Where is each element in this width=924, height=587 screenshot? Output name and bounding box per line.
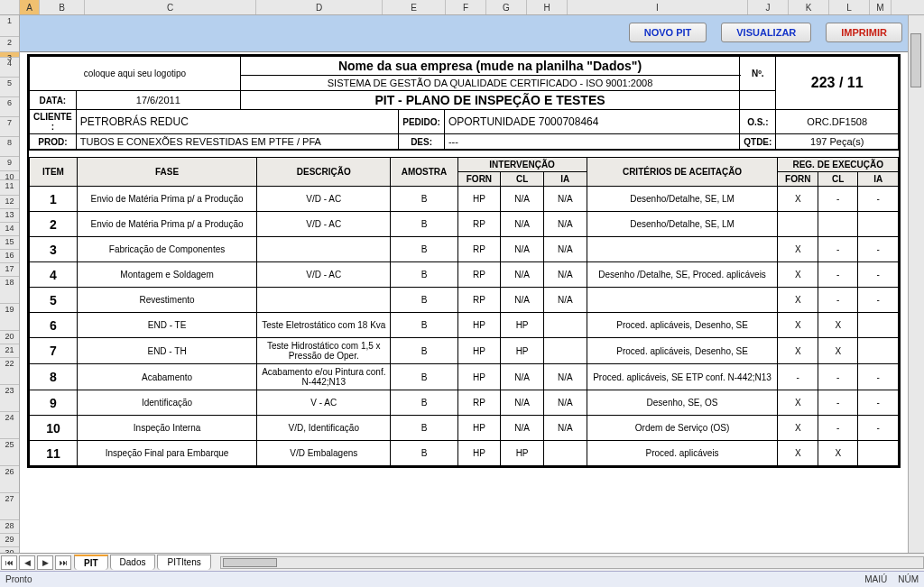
cell-item[interactable]: 1	[30, 187, 78, 212]
cell-desc[interactable]: Teste Hidrostático com 1,5 x Pressão de …	[257, 338, 391, 364]
cell-item[interactable]: 4	[30, 262, 78, 288]
table-row[interactable]: 9IdentificaçãoV - ACBRPN/AN/ADesenho, SE…	[30, 390, 899, 416]
cell-cl[interactable]: N/A	[501, 288, 544, 313]
cell-fase[interactable]: END - TE	[77, 313, 256, 338]
cell-amostra[interactable]: B	[391, 338, 457, 364]
cell-ia[interactable]: N/A	[543, 237, 587, 262]
cell-item[interactable]: 2	[30, 212, 78, 237]
cell-rforn[interactable]: X	[778, 288, 818, 313]
cell-ia[interactable]	[543, 338, 587, 364]
row-header-9[interactable]: 9	[0, 157, 19, 171]
cell-crit[interactable]: Desenho/Detalhe, SE, LM	[587, 187, 778, 212]
row-header-2[interactable]: 2	[0, 37, 19, 52]
tab-nav-next-icon[interactable]: ▶	[37, 555, 53, 570]
cell-ia[interactable]: N/A	[543, 416, 587, 441]
cell-desc[interactable]: Teste Eletrostático com 18 Kva	[257, 313, 391, 338]
col-header-M[interactable]: M	[870, 0, 892, 14]
col-header-A[interactable]: A	[20, 0, 40, 14]
cell-rcl[interactable]: -	[818, 187, 857, 212]
row-header-24[interactable]: 24	[0, 412, 19, 439]
row-header-26[interactable]: 26	[0, 466, 19, 493]
cell-ia[interactable]: N/A	[543, 262, 587, 288]
cell-amostra[interactable]: B	[391, 313, 457, 338]
cell-ria[interactable]: -	[858, 416, 899, 441]
row-header-4[interactable]: 4	[0, 58, 19, 78]
row-header-21[interactable]: 21	[0, 344, 19, 358]
cell-item[interactable]: 8	[30, 364, 78, 390]
cell-fase[interactable]: END - TH	[77, 338, 256, 364]
cell-rforn[interactable]: X	[778, 262, 818, 288]
col-header-L[interactable]: L	[829, 0, 870, 14]
row-header-29[interactable]: 29	[0, 534, 19, 547]
cell-ia[interactable]: N/A	[543, 364, 587, 390]
cell-ia[interactable]: N/A	[543, 288, 587, 313]
table-row[interactable]: 11Inspeção Final para EmbarqueV/D Embala…	[30, 441, 899, 466]
cell-rforn[interactable]: X	[778, 237, 818, 262]
cell-cl[interactable]: HP	[501, 338, 544, 364]
cell-crit[interactable]: Proced. aplicáveis	[587, 441, 778, 466]
horizontal-scrollbar[interactable]	[220, 556, 924, 569]
cell-amostra[interactable]: B	[391, 441, 457, 466]
hscroll-thumb[interactable]	[223, 558, 277, 567]
table-row[interactable]: 7END - THTeste Hidrostático com 1,5 x Pr…	[30, 338, 899, 364]
row-header-11[interactable]: 11	[0, 180, 19, 196]
col-header-F[interactable]: F	[446, 0, 486, 14]
vertical-scrollbar[interactable]	[908, 15, 924, 553]
tab-nav-first-icon[interactable]: ⏮	[1, 555, 17, 570]
col-header-D[interactable]: D	[256, 0, 383, 14]
row-header-14[interactable]: 14	[0, 223, 19, 236]
row-header-13[interactable]: 13	[0, 209, 19, 223]
cell-rcl[interactable]: -	[818, 288, 857, 313]
sheet-tab-pititens[interactable]: PITItens	[157, 555, 210, 570]
col-header-C[interactable]: C	[85, 0, 256, 14]
row-header-5[interactable]: 5	[0, 78, 19, 97]
cell-rcl[interactable]: -	[818, 237, 857, 262]
cell-amostra[interactable]: B	[391, 187, 457, 212]
col-header-B[interactable]: B	[40, 0, 85, 14]
row-header-7[interactable]: 7	[0, 117, 19, 137]
col-header-E[interactable]: E	[383, 0, 446, 14]
cell-crit[interactable]: Ordem de Serviço (OS)	[587, 416, 778, 441]
table-row[interactable]: 1Envio de Matéria Prima p/ a ProduçãoV/D…	[30, 187, 899, 212]
cell-rforn[interactable]: X	[778, 338, 818, 364]
cell-rcl[interactable]: -	[818, 262, 857, 288]
cell-forn[interactable]: HP	[457, 364, 501, 390]
cell-forn[interactable]: RP	[457, 262, 501, 288]
cell-crit[interactable]	[587, 237, 778, 262]
row-header-27[interactable]: 27	[0, 493, 19, 520]
cell-ria[interactable]: -	[858, 364, 899, 390]
cell-forn[interactable]: HP	[457, 187, 501, 212]
cell-rforn[interactable]	[778, 212, 818, 237]
cell-amostra[interactable]: B	[391, 212, 457, 237]
cell-fase[interactable]: Inspeção Final para Embarque	[77, 441, 256, 466]
cell-crit[interactable]: Proced. aplicáveis, Desenho, SE	[587, 338, 778, 364]
cell-ia[interactable]	[543, 441, 587, 466]
cell-desc[interactable]: V/D - AC	[257, 262, 391, 288]
cell-fase[interactable]: Envio de Matéria Prima p/ a Produção	[77, 187, 256, 212]
table-row[interactable]: 2Envio de Matéria Prima p/ a ProduçãoV/D…	[30, 212, 899, 237]
cell-cl[interactable]: N/A	[501, 364, 544, 390]
cell-ria[interactable]	[858, 313, 899, 338]
cell-rcl[interactable]: -	[818, 390, 857, 416]
cell-forn[interactable]: RP	[457, 288, 501, 313]
row-header-22[interactable]: 22	[0, 358, 19, 385]
table-row[interactable]: 4Montagem e SoldagemV/D - ACBRPN/AN/ADes…	[30, 262, 899, 288]
cell-forn[interactable]: RP	[457, 212, 501, 237]
row-header-20[interactable]: 20	[0, 331, 19, 344]
table-row[interactable]: 3Fabricação de ComponentesBRPN/AN/AX--	[30, 237, 899, 262]
col-header-J[interactable]: J	[748, 0, 789, 14]
tab-nav-last-icon[interactable]: ⏭	[55, 555, 71, 570]
cell-crit[interactable]	[587, 288, 778, 313]
vscroll-thumb[interactable]	[910, 33, 921, 87]
cell-fase[interactable]: Revestimento	[77, 288, 256, 313]
cell-cl[interactable]: N/A	[501, 262, 544, 288]
row-header-25[interactable]: 25	[0, 439, 19, 466]
cell-ia[interactable]	[543, 313, 587, 338]
cell-fase[interactable]: Acabamento	[77, 364, 256, 390]
cell-rforn[interactable]: X	[778, 187, 818, 212]
cell-item[interactable]: 7	[30, 338, 78, 364]
cell-rcl[interactable]: -	[818, 416, 857, 441]
cell-forn[interactable]: HP	[457, 441, 501, 466]
cell-item[interactable]: 6	[30, 313, 78, 338]
cell-rforn[interactable]: -	[778, 364, 818, 390]
